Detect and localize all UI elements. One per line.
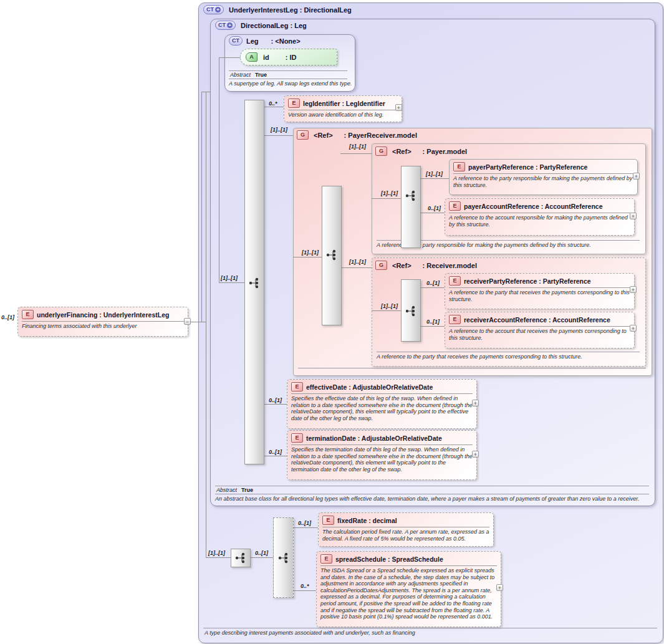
divider [203, 628, 657, 628]
connector-line [206, 92, 206, 557]
leg-name: Leg [246, 37, 259, 45]
group-header-receiver-model: G <Ref> : Receiver.model [375, 261, 477, 270]
element-box-payeraccountreference[interactable]: E payerAccountReference : AccountReferen… [445, 198, 635, 236]
abstract-label: Abstract [230, 72, 251, 78]
element-documentation: Specifies the effective date of this leg… [291, 393, 473, 421]
cardinality-label: 0..[1] [428, 205, 441, 211]
element-name: spreadSchedule : SpreadSchedule [335, 555, 443, 563]
type-documentation: A type describing interest payments asso… [204, 630, 415, 636]
element-name: fixedRate : decimal [337, 517, 397, 524]
complextype-header-leg: CT Leg : <None> [229, 36, 301, 46]
connector-line [420, 213, 445, 213]
divider [298, 368, 646, 368]
connector-line [219, 282, 244, 283]
sequence-icon [405, 305, 416, 317]
element-name: legIdentifier : LegIdentifier [303, 100, 385, 107]
type-documentation: An abstract base class for all direction… [215, 496, 640, 502]
cardinality-label: [1]..[1] [381, 190, 398, 196]
element-box-payerpartyreference[interactable]: E payerPartyReference : PartyReference A… [449, 159, 638, 195]
page-title: UnderlyerInterestLeg : DirectionalLeg [229, 6, 352, 14]
element-icon: E [322, 516, 334, 525]
expand-icon-effectivedate[interactable]: + [472, 400, 479, 406]
sequence-bar-directionalleg [244, 100, 264, 464]
type-documentation: A supertype of leg. All swap legs extend… [229, 80, 352, 87]
cardinality-label: 0..[1] [269, 397, 282, 403]
expand-icon-spreadschedule[interactable]: + [496, 584, 503, 591]
cardinality-label: 0..* [301, 583, 309, 589]
element-name: receiverPartyReference : PartyReference [464, 277, 591, 285]
element-documentation: A reference to the account responsible f… [449, 213, 630, 228]
element-icon: E [22, 310, 34, 319]
connector-line [263, 456, 287, 456]
expand-icon-payerpartyreference[interactable]: + [633, 173, 640, 180]
expand-icon-terminationdate[interactable]: + [472, 451, 479, 458]
attribute-icon: A [246, 52, 257, 62]
cardinality-label: 0..[1] [269, 449, 282, 455]
connector-line [249, 557, 273, 558]
cardinality-label: 0..[1] [255, 550, 268, 556]
connector-line [340, 153, 372, 154]
element-documentation: Version aware identification of this leg… [288, 110, 398, 118]
element-name: payerAccountReference : AccountReference [464, 203, 603, 210]
element-box-legidentifier[interactable]: E legIdentifier : LegIdentifier Version … [284, 95, 402, 122]
element-icon: E [288, 99, 300, 108]
directionalleg-title: DirectionalLeg : Leg [241, 22, 307, 29]
expand-icon-receiveraccountreference[interactable]: + [630, 325, 637, 332]
group-icon: G [375, 261, 387, 270]
connector-line [263, 107, 284, 107]
element-box-terminationdate[interactable]: E terminationDate : AdjustableOrRelative… [287, 430, 477, 480]
cardinality-label: 0..* [269, 100, 277, 107]
divider [215, 486, 649, 486]
sequence-bar-receiver [401, 279, 421, 342]
sequence-icon [278, 552, 289, 564]
divider [229, 70, 347, 71]
element-box-spreadschedule[interactable]: E spreadSchedule : SpreadSchedule The IS… [316, 551, 501, 627]
element-box-effectivedate[interactable]: E effectiveDate : AdjustableOrRelativeDa… [287, 379, 477, 429]
divider [377, 352, 640, 352]
element-icon: E [453, 162, 465, 171]
cardinality-label: [1]..[1] [271, 127, 287, 133]
connector-line [263, 135, 293, 136]
group-header-payerreceiver-model: G <Ref> : PayerReceiver.model [297, 130, 417, 140]
complextype-icon: CT [229, 36, 243, 46]
expand-icon-payeraccountreference[interactable]: + [630, 213, 637, 219]
element-documentation: A reference to the account that receives… [449, 326, 630, 341]
derived-plus-icon: + [215, 7, 221, 12]
element-icon: E [449, 315, 461, 324]
cardinality-label: [1]..[1] [381, 303, 398, 309]
sequence-bar-payer [401, 166, 421, 248]
element-name: payerPartyReference : PartyReference [468, 163, 587, 171]
element-icon: E [320, 554, 332, 564]
element-box-fixedrate[interactable]: E fixedRate : decimal The calculation pe… [318, 512, 494, 547]
cardinality-label: 0..[1] [426, 280, 440, 286]
cardinality-label: 0..[1] [298, 520, 311, 526]
attribute-name: id [263, 54, 269, 61]
complextype-icon: CT+ [215, 21, 236, 30]
cardinality-label: [1]..[1] [208, 550, 225, 556]
connector-line [372, 198, 401, 199]
connector-line [420, 326, 445, 327]
attribute-box-id[interactable]: A id : ID [240, 49, 337, 65]
element-name: effectiveDate : AdjustableOrRelativeDate [306, 383, 433, 391]
element-box-receiverpartyreference[interactable]: E receiverPartyReference : PartyReferenc… [445, 273, 635, 309]
connector-line [372, 310, 401, 311]
divider [215, 494, 649, 494]
group-documentation: A reference to the party that receives t… [377, 353, 582, 360]
group-type: : PayerReceiver.model [344, 132, 417, 139]
expand-icon-legidentifier[interactable]: + [395, 104, 402, 111]
element-name: underlyerFinancing : UnderlyerInterestLe… [37, 311, 169, 319]
leg-base-type: : <None> [271, 37, 301, 45]
element-box-receiveraccountreference[interactable]: E receiverAccountReference : AccountRefe… [445, 312, 635, 348]
complextype-icon: CT+ [203, 5, 224, 14]
group-icon: G [297, 130, 309, 140]
complextype-header-directionalleg: CT+ DirectionalLeg : Leg [215, 21, 307, 30]
group-type: : Payer.model [423, 148, 468, 155]
element-icon: E [449, 276, 461, 286]
element-box-underlyerfinancing[interactable]: E underlyerFinancing : UnderlyerInterest… [17, 307, 188, 337]
connector-line [293, 257, 322, 257]
element-name: terminationDate : AdjustableOrRelativeDa… [306, 435, 442, 442]
expand-icon-receiverpartyreference[interactable]: + [630, 286, 637, 293]
element-icon: E [291, 382, 303, 392]
connector-line [292, 590, 316, 591]
collapse-icon-underlyerfinancing[interactable]: − [184, 318, 191, 325]
